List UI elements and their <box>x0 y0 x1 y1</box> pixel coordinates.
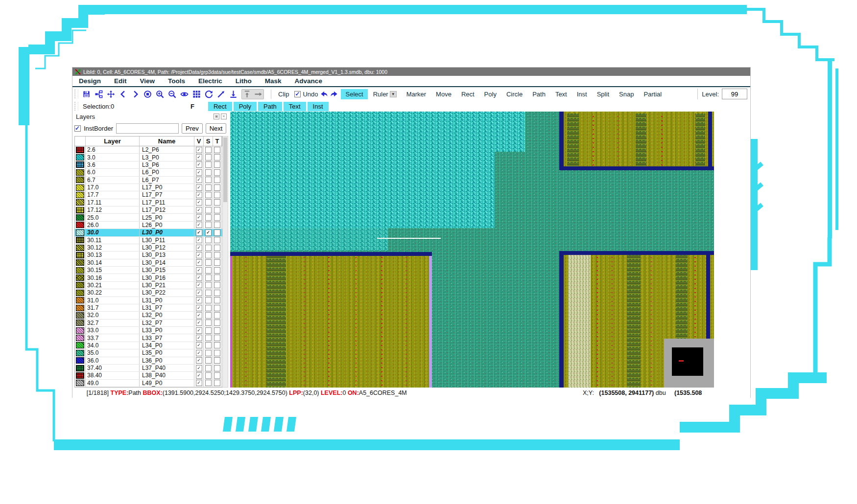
selectable-checkbox[interactable] <box>205 207 212 213</box>
zoom-in-icon[interactable] <box>156 90 164 98</box>
layer-row[interactable]: 30.14 L30_P14 ✓ <box>75 259 222 267</box>
selectable-checkbox[interactable] <box>205 365 212 371</box>
forward-icon[interactable] <box>254 90 262 98</box>
t-checkbox[interactable] <box>214 214 220 221</box>
slope-icon[interactable] <box>217 90 225 98</box>
t-checkbox[interactable] <box>214 199 220 206</box>
visible-checkbox[interactable]: ✓ <box>196 229 202 236</box>
v-column-header[interactable]: V <box>194 137 204 146</box>
layer-row[interactable]: 17.0 L17_P0 ✓ <box>75 184 222 191</box>
t-checkbox[interactable] <box>214 365 220 371</box>
layer-row[interactable]: 30.13 L30_P13 ✓ <box>75 252 222 259</box>
selection-mode-button[interactable]: Text <box>284 102 306 111</box>
t-checkbox[interactable] <box>214 154 220 160</box>
t-checkbox[interactable] <box>214 177 220 183</box>
layer-row[interactable]: 30.12 L30_P12 ✓ <box>75 244 222 252</box>
visible-checkbox[interactable]: ✓ <box>196 154 202 160</box>
layer-row[interactable]: 30.21 L30_P21 ✓ <box>75 282 222 289</box>
visible-checkbox[interactable]: ✓ <box>196 320 202 326</box>
menu-item[interactable]: Electric <box>198 77 222 85</box>
t-checkbox[interactable] <box>214 184 220 191</box>
toolbar-button[interactable]: Rect ▼ <box>457 89 479 99</box>
visible-checkbox[interactable]: ✓ <box>196 282 202 288</box>
t-checkbox[interactable] <box>214 229 220 236</box>
layer-row[interactable]: 33.7 L33_P7 ✓ <box>75 334 222 342</box>
t-checkbox[interactable] <box>214 237 220 243</box>
visible-checkbox[interactable]: ✓ <box>196 252 202 258</box>
t-checkbox[interactable] <box>214 169 220 176</box>
selectable-checkbox[interactable] <box>205 275 212 281</box>
selectable-checkbox[interactable] <box>205 214 212 221</box>
layer-row[interactable]: 33.0 L33_P0 ✓ <box>75 327 222 334</box>
visible-checkbox[interactable]: ✓ <box>196 312 202 319</box>
toolbar-button[interactable]: Circle ▼ <box>502 89 527 99</box>
zoom-out-icon[interactable] <box>168 90 176 98</box>
layer-row[interactable]: 34.0 L34_P0 ✓ <box>75 342 222 349</box>
toolbar-button[interactable]: Marker ▼ <box>402 89 430 99</box>
menu-item[interactable]: Edit <box>114 77 127 85</box>
chevron-right-icon[interactable] <box>131 90 140 98</box>
layers-scrollbar[interactable] <box>222 136 228 388</box>
import-icon[interactable] <box>229 90 238 98</box>
save-icon[interactable] <box>82 90 91 98</box>
t-checkbox[interactable] <box>214 207 220 213</box>
menu-item[interactable]: Tools <box>168 77 185 85</box>
chevron-left-icon[interactable] <box>119 90 127 98</box>
layer-row[interactable]: 6.0 L6_P0 ✓ <box>75 169 222 176</box>
minimap[interactable] <box>664 339 714 388</box>
t-checkbox[interactable] <box>214 320 220 326</box>
layer-row[interactable]: 38.40 L38_P40 ✓ <box>75 372 222 379</box>
layer-row[interactable]: 36.0 L36_P0 ✓ <box>75 357 222 365</box>
layer-row[interactable]: 49.0 L49_P0 ✓ <box>75 380 222 387</box>
menu-item[interactable]: Design <box>79 77 101 85</box>
t-checkbox[interactable] <box>214 342 220 348</box>
layer-row[interactable]: 32.7 L32_P7 ✓ <box>75 320 222 327</box>
layer-row[interactable]: 17.7 L17_P7 ✓ <box>75 191 222 199</box>
selection-mode-button[interactable]: Inst <box>308 102 329 111</box>
toolbar-grip[interactable] <box>74 90 78 98</box>
visible-checkbox[interactable]: ✓ <box>196 365 202 371</box>
t-checkbox[interactable] <box>214 245 220 251</box>
selectable-checkbox[interactable] <box>205 252 212 258</box>
layer-row[interactable]: 30.16 L30_P16 ✓ <box>75 274 222 281</box>
selectable-checkbox[interactable] <box>205 342 212 348</box>
visible-checkbox[interactable]: ✓ <box>196 222 202 228</box>
visible-checkbox[interactable]: ✓ <box>196 245 202 251</box>
menu-item[interactable]: Litho <box>236 77 252 85</box>
t-checkbox[interactable] <box>214 312 220 319</box>
toolbar-button[interactable]: Poly ▼ <box>480 89 501 99</box>
record-icon[interactable] <box>143 90 152 98</box>
visible-checkbox[interactable]: ✓ <box>196 297 202 303</box>
selectable-checkbox[interactable]: ✓ <box>205 229 212 236</box>
float-panel-icon[interactable]: ▣ <box>214 114 219 119</box>
layer-row[interactable]: 3.6 L3_P6 ✓ <box>75 161 222 169</box>
toolbar-button[interactable]: Text ▼ <box>551 89 571 99</box>
visible-checkbox[interactable]: ✓ <box>196 259 202 266</box>
selectable-checkbox[interactable] <box>205 245 212 251</box>
eye-icon[interactable] <box>180 90 189 98</box>
close-panel-icon[interactable]: ✕ <box>221 114 227 119</box>
selectable-checkbox[interactable] <box>205 267 212 274</box>
t-checkbox[interactable] <box>214 252 220 258</box>
chevron-down-icon[interactable]: ▼ <box>390 91 397 97</box>
refresh-icon[interactable] <box>205 90 213 98</box>
selectable-checkbox[interactable] <box>205 259 212 266</box>
selectable-checkbox[interactable] <box>205 237 212 243</box>
t-checkbox[interactable] <box>214 350 220 356</box>
visible-checkbox[interactable]: ✓ <box>196 335 202 341</box>
selection-mode-button[interactable]: Path <box>258 102 282 111</box>
t-checkbox[interactable] <box>214 357 220 364</box>
selectable-checkbox[interactable] <box>205 350 212 356</box>
toolbar-button[interactable]: Path ▼ <box>528 89 550 99</box>
layer-row[interactable]: 35.0 L35_P0 ✓ <box>75 349 222 357</box>
undo-icon[interactable] <box>320 90 328 98</box>
layer-row[interactable]: 37.40 L37_P40 ✓ <box>75 365 222 372</box>
instborder-checkbox[interactable] <box>74 125 81 132</box>
visible-checkbox[interactable]: ✓ <box>196 305 202 311</box>
selectable-checkbox[interactable] <box>205 320 212 326</box>
t-checkbox[interactable] <box>214 335 220 341</box>
layer-row[interactable]: 31.7 L31_P7 ✓ <box>75 304 222 312</box>
visible-checkbox[interactable]: ✓ <box>196 275 202 281</box>
t-checkbox[interactable] <box>214 290 220 296</box>
layer-row[interactable]: 3.0 L3_P0 ✓ <box>75 154 222 161</box>
